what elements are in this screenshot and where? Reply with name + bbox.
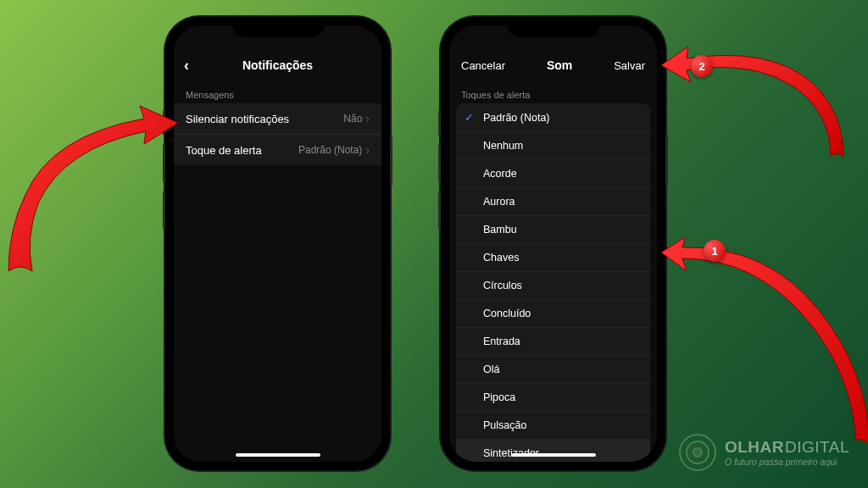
volume-up-button (163, 144, 165, 182)
phone-mockup-right: Cancelar Som Salvar Toques de alerta ✓Pa… (441, 17, 665, 470)
watermark-brand-2: DIGITAL (785, 438, 849, 456)
watermark-logo-icon (679, 434, 716, 471)
alert-tones-list: ✓Padrão (Nota) Nenhum Acorde Aurora Bamb… (456, 103, 650, 462)
chevron-right-icon: › (365, 143, 370, 157)
tone-option[interactable]: Pulsação (456, 411, 650, 439)
back-icon[interactable]: ‹ (184, 57, 189, 75)
home-indicator[interactable] (236, 453, 320, 457)
tone-option[interactable]: Concluído (456, 299, 650, 327)
screen-left: ‹ Notificações Mensagens Silenciar notif… (174, 25, 381, 462)
phone-mockup-left: ‹ Notificações Mensagens Silenciar notif… (165, 17, 390, 470)
cancel-button[interactable]: Cancelar (461, 59, 505, 72)
tone-option[interactable]: Nenhum (456, 131, 650, 159)
row-label: Toque de alerta (186, 144, 262, 157)
volume-down-button (163, 191, 165, 229)
mute-switch (163, 110, 165, 136)
row-value: Padrão (Nota) › (298, 143, 370, 157)
save-button[interactable]: Salvar (614, 59, 645, 72)
tone-option[interactable]: Sintetizador (456, 439, 650, 462)
step-badge-2: 2 (691, 55, 713, 77)
power-button (390, 136, 392, 186)
tone-option[interactable]: Acorde (456, 159, 650, 187)
step-badge-1: 1 (704, 240, 726, 262)
tone-option[interactable]: Chaves (456, 243, 650, 271)
volume-up-button (438, 144, 441, 182)
volume-down-button (438, 191, 441, 229)
watermark: OLHARDIGITAL O futuro passa primeiro aqu… (679, 434, 849, 471)
modal-title: Som (547, 58, 572, 72)
home-indicator[interactable] (511, 453, 596, 457)
checkmark-icon: ✓ (465, 111, 476, 124)
watermark-tagline: O futuro passa primeiro aqui (725, 457, 849, 467)
tone-option[interactable]: Círculos (456, 271, 650, 299)
watermark-brand-1: OLHAR (725, 438, 784, 456)
tone-option[interactable]: Entrada (456, 327, 650, 355)
mute-switch (438, 110, 441, 136)
tone-option[interactable]: Pipoca (456, 383, 650, 411)
tone-option[interactable]: ✓Padrão (Nota) (456, 103, 650, 131)
row-silence-notifications[interactable]: Silenciar notificações Não › (174, 103, 381, 134)
section-header-messages: Mensagens (174, 83, 381, 103)
chevron-right-icon: › (365, 112, 370, 125)
annotation-arrow-right-bottom (661, 237, 868, 458)
nav-header: ‹ Notificações (174, 47, 381, 83)
section-header-alert-tones: Toques de alerta (449, 83, 657, 103)
row-label: Silenciar notificações (186, 113, 289, 125)
page-title: Notificações (242, 58, 313, 72)
screen-right: Cancelar Som Salvar Toques de alerta ✓Pa… (449, 25, 657, 462)
power-button (665, 136, 668, 186)
tone-option[interactable]: Bambu (456, 215, 650, 243)
row-alert-tone[interactable]: Toque de alerta Padrão (Nota) › (174, 134, 381, 165)
tone-option[interactable]: Aurora (456, 187, 650, 215)
tone-option[interactable]: Olá (456, 355, 650, 383)
row-value: Não › (343, 112, 370, 125)
annotation-arrow-left (0, 102, 186, 288)
modal-header: Cancelar Som Salvar (449, 47, 657, 83)
